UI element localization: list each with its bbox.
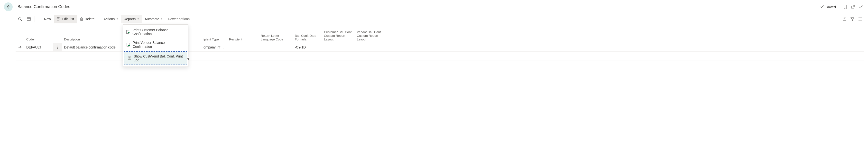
edit-list-label: Edit List bbox=[62, 17, 74, 21]
delete-button[interactable]: Delete bbox=[77, 15, 97, 23]
popout-button[interactable] bbox=[849, 3, 856, 10]
page-title: Balance Confirmation Codes bbox=[18, 4, 70, 9]
plus-icon bbox=[39, 17, 42, 21]
svg-point-33 bbox=[57, 48, 58, 49]
collapse-icon bbox=[859, 5, 863, 9]
menu-item-print-vendor[interactable]: Print Vendor Balance Confirmation bbox=[123, 38, 188, 51]
actions-menu-button[interactable]: Actions ▾ bbox=[100, 15, 121, 23]
list-options-button[interactable] bbox=[856, 15, 864, 23]
cell-bal-conf-date[interactable]: -CY-1D bbox=[293, 45, 322, 49]
list-lines-icon bbox=[858, 17, 862, 21]
column-header-recipient-type[interactable]: ipient Type bbox=[202, 37, 227, 41]
column-header-recipient[interactable]: Recipient bbox=[227, 37, 259, 41]
column-header-vend-layout[interactable]: Vendor Bal. Conf. Custom Report Layout bbox=[355, 30, 388, 41]
report-print-icon bbox=[126, 30, 130, 34]
chevron-down-icon: ▾ bbox=[137, 18, 139, 20]
report-print-icon bbox=[126, 43, 130, 47]
new-button[interactable]: New bbox=[36, 15, 54, 23]
svg-rect-25 bbox=[128, 45, 130, 46]
row-actions-button[interactable] bbox=[53, 43, 62, 51]
cell-code[interactable]: DEFAULT bbox=[24, 45, 53, 49]
svg-point-4 bbox=[19, 18, 21, 20]
edit-list-icon bbox=[57, 17, 60, 21]
svg-point-31 bbox=[57, 46, 58, 46]
list-view-button[interactable] bbox=[24, 15, 33, 23]
search-icon bbox=[18, 17, 22, 21]
arrow-right-icon bbox=[18, 46, 22, 49]
menu-item-label: Show Cust/Vend Bal. Conf. Print Log bbox=[134, 54, 183, 60]
share-button[interactable] bbox=[841, 15, 848, 23]
chevron-down-icon: ▾ bbox=[117, 18, 118, 20]
page-header: Balance Confirmation Codes Saved bbox=[0, 0, 868, 14]
log-list-icon bbox=[128, 56, 131, 60]
menu-item-label: Print Vendor Balance Confirmation bbox=[133, 41, 185, 49]
more-vertical-icon bbox=[57, 46, 58, 49]
menu-item-label: Print Customer Balance Confirmation bbox=[132, 28, 185, 36]
chevron-down-icon: ▾ bbox=[161, 18, 162, 20]
automate-menu-button[interactable]: Automate ▾ bbox=[142, 15, 165, 23]
cell-description[interactable]: Default balance confirmation code bbox=[62, 45, 130, 49]
saved-label: Saved bbox=[826, 5, 836, 9]
fewer-options-label: Fewer options bbox=[168, 17, 190, 21]
trash-icon bbox=[80, 17, 83, 21]
column-header-code[interactable]: Code↑ bbox=[24, 37, 62, 41]
svg-line-3 bbox=[861, 5, 862, 6]
fewer-options-button[interactable]: Fewer options bbox=[165, 15, 192, 23]
delete-label: Delete bbox=[85, 17, 94, 21]
menu-item-show-print-log[interactable]: Show Cust/Vend Bal. Conf. Print Log bbox=[124, 51, 187, 60]
bookmark-icon bbox=[843, 5, 847, 9]
svg-line-1 bbox=[853, 5, 855, 7]
row-select-arrow[interactable] bbox=[16, 46, 24, 49]
sort-asc-icon: ↑ bbox=[34, 38, 36, 41]
saved-indicator: Saved bbox=[820, 5, 836, 9]
column-header-description[interactable]: Description bbox=[62, 37, 130, 41]
cell-recipient-type[interactable]: ompany Infor... bbox=[202, 45, 227, 49]
reports-menu-button[interactable]: Reports ▾ bbox=[121, 15, 142, 23]
reports-label: Reports bbox=[124, 17, 135, 21]
arrow-left-icon bbox=[6, 5, 10, 9]
reports-dropdown: Print Customer Balance Confirmation Prin… bbox=[123, 24, 188, 60]
list-grid-icon bbox=[27, 17, 31, 21]
back-button[interactable] bbox=[4, 2, 13, 11]
svg-rect-23 bbox=[128, 32, 129, 33]
automate-label: Automate bbox=[145, 17, 159, 21]
share-icon bbox=[842, 17, 847, 21]
search-button[interactable] bbox=[16, 15, 24, 23]
column-header-bal-conf-date[interactable]: Bal. Conf. Date Formula bbox=[293, 34, 322, 41]
filter-button[interactable] bbox=[848, 15, 856, 23]
new-label: New bbox=[44, 17, 51, 21]
bookmark-button[interactable] bbox=[842, 3, 848, 10]
filter-icon bbox=[850, 17, 855, 21]
popout-icon bbox=[851, 5, 855, 9]
check-icon bbox=[820, 5, 824, 9]
actions-label: Actions bbox=[103, 17, 115, 21]
menu-item-print-customer[interactable]: Print Customer Balance Confirmation bbox=[123, 26, 188, 38]
svg-point-32 bbox=[57, 47, 58, 47]
column-header-return-letter-lang[interactable]: Return Letter Language Code bbox=[259, 34, 293, 41]
svg-rect-6 bbox=[27, 18, 30, 21]
edit-list-button[interactable]: Edit List bbox=[54, 15, 77, 23]
svg-rect-14 bbox=[81, 18, 83, 21]
toolbar: New Edit List Delete Actions ▾ Reports ▾… bbox=[0, 14, 868, 24]
svg-line-2 bbox=[859, 7, 860, 8]
svg-line-5 bbox=[21, 20, 22, 21]
column-header-cust-layout[interactable]: Customer Bal. Conf. Custom Report Layout bbox=[322, 30, 355, 41]
collapse-button[interactable] bbox=[857, 3, 864, 10]
